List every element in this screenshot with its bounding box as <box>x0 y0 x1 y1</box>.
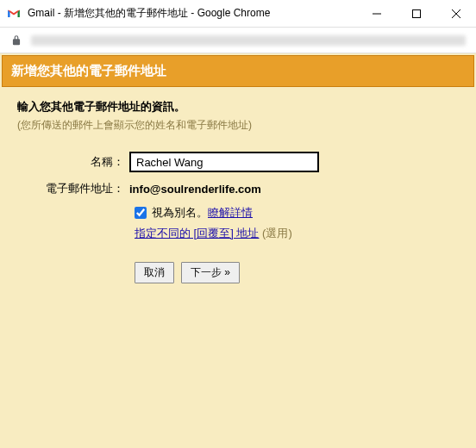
url-blurred <box>31 35 466 46</box>
lock-icon <box>10 34 22 47</box>
name-row: 名稱： <box>17 152 459 172</box>
options-block: 視為別名。 瞭解詳情 指定不同的 [回覆至] 地址 (選用) <box>135 205 459 241</box>
email-value: info@soulrenderlife.com <box>129 183 261 196</box>
cancel-button[interactable]: 取消 <box>135 262 174 283</box>
intro-subtitle: (您所傳送的郵件上會顯示您的姓名和電子郵件地址) <box>17 118 459 133</box>
reply-to-row: 指定不同的 [回覆至] 地址 (選用) <box>135 226 459 241</box>
intro-title: 輸入您其他電子郵件地址的資訊。 <box>17 99 459 115</box>
page-title: 新增您其他的電子郵件地址 <box>11 63 166 78</box>
minimize-button[interactable] <box>357 0 397 27</box>
window-controls <box>357 0 476 27</box>
page-header: 新增您其他的電子郵件地址 <box>2 55 474 87</box>
window-title: Gmail - 新增您其他的電子郵件地址 - Google Chrome <box>28 6 357 21</box>
alias-label: 視為別名。 <box>152 205 208 221</box>
form-container: 輸入您其他電子郵件地址的資訊。 (您所傳送的郵件上會顯示您的姓名和電子郵件地址)… <box>2 87 474 296</box>
content-area: 新增您其他的電子郵件地址 輸入您其他電子郵件地址的資訊。 (您所傳送的郵件上會顯… <box>0 53 476 448</box>
email-label: 電子郵件地址： <box>17 181 129 196</box>
maximize-button[interactable] <box>397 0 436 27</box>
gmail-icon <box>7 7 21 21</box>
alias-row: 視為別名。 瞭解詳情 <box>135 205 459 221</box>
reply-to-optional: (選用) <box>259 227 291 240</box>
address-bar <box>0 28 476 53</box>
name-label: 名稱： <box>17 154 129 170</box>
alias-learn-more-link[interactable]: 瞭解詳情 <box>208 205 253 221</box>
email-row: 電子郵件地址： info@soulrenderlife.com <box>17 181 459 196</box>
button-row: 取消 下一步 » <box>135 262 459 283</box>
reply-to-link[interactable]: 指定不同的 [回覆至] 地址 <box>135 227 259 240</box>
name-input[interactable] <box>129 152 319 172</box>
close-button[interactable] <box>436 0 476 27</box>
alias-checkbox[interactable] <box>135 207 147 219</box>
next-button[interactable]: 下一步 » <box>181 262 240 283</box>
window-titlebar: Gmail - 新增您其他的電子郵件地址 - Google Chrome <box>0 0 476 28</box>
svg-rect-1 <box>413 9 421 17</box>
